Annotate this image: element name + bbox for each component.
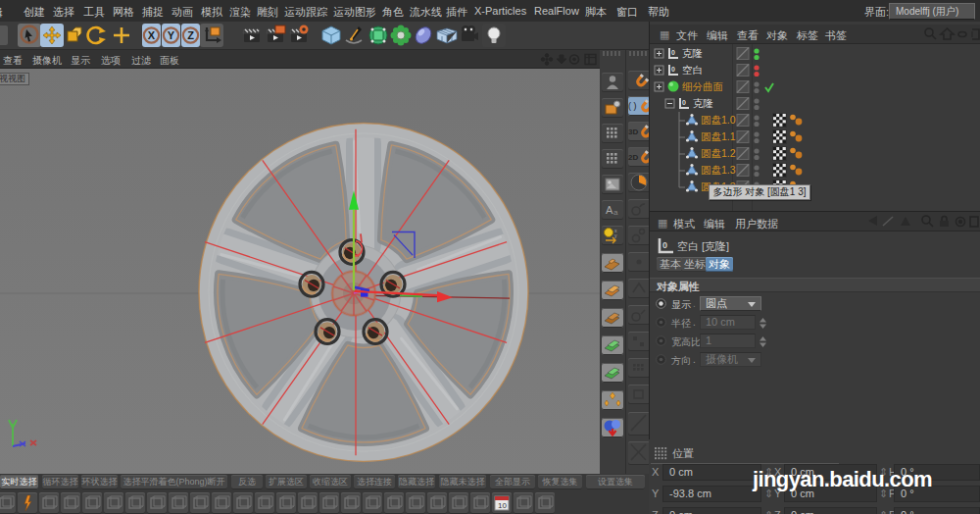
svg-text:Y: Y — [168, 29, 175, 41]
svg-text:0: 0 — [682, 99, 686, 106]
svg-text:A: A — [606, 204, 613, 216]
svg-text:0: 0 — [671, 66, 675, 73]
svg-text:0: 0 — [662, 240, 667, 250]
svg-text:a: a — [613, 208, 618, 217]
svg-text:Z: Z — [187, 29, 194, 41]
svg-text:3D: 3D — [628, 128, 638, 136]
svg-text:y: y — [614, 232, 617, 238]
svg-text:2D: 2D — [628, 153, 638, 162]
svg-text:10: 10 — [498, 501, 507, 510]
svg-text:( ): ( ) — [628, 101, 637, 111]
svg-text:0: 0 — [671, 49, 675, 56]
svg-text:X: X — [148, 29, 156, 41]
